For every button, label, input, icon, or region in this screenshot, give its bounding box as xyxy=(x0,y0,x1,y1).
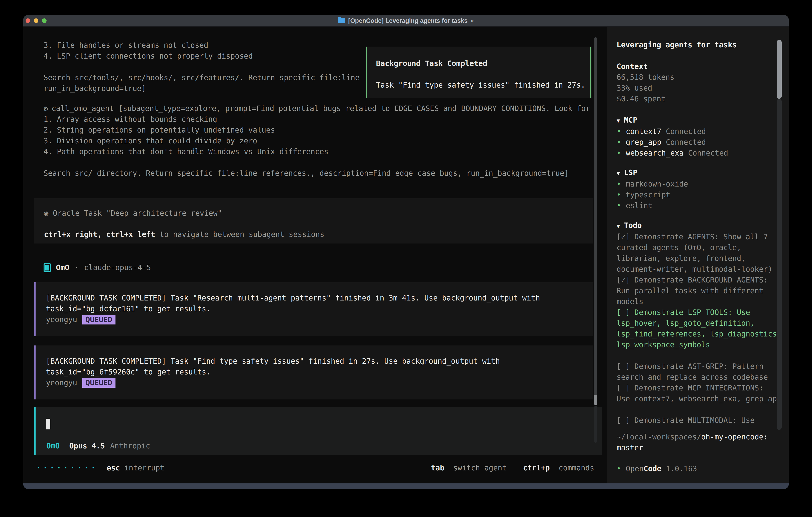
workspace-path-project: oh-my-opencode: xyxy=(701,433,768,441)
sidebar-scrollbar[interactable] xyxy=(777,27,782,483)
main-scrollbar-thumb[interactable] xyxy=(594,37,597,397)
dot-separator: · xyxy=(75,262,79,273)
notification-body: Task "Find type safety issues" finished … xyxy=(376,80,590,90)
status-bar-right: tab switch agent ctrl+p commands xyxy=(431,463,594,473)
main-scrollbar-track[interactable] xyxy=(594,406,597,443)
mcp-server-row: •context7 Connected xyxy=(617,126,785,137)
window-titlebar[interactable]: [OpenCode] Leveraging agents for tasks ◐ xyxy=(23,15,789,27)
chevron-down-icon[interactable]: ▼ xyxy=(617,170,620,176)
lsp-server-row: •markdown-oxide xyxy=(617,179,785,190)
bullet-icon: • xyxy=(617,200,626,211)
message-line: [BACKGROUND TASK COMPLETED] Task "Find t… xyxy=(46,356,593,366)
app-name-code: Code xyxy=(644,464,661,473)
todo-heading: Todo xyxy=(624,221,642,230)
bullet-icon: • xyxy=(617,463,626,474)
tool-call-item: 4. Path operations that don't handle Win… xyxy=(44,146,590,157)
ctrlp-key-label: commands xyxy=(559,464,594,472)
todo-item-done: [✓] Demonstrate BACKGROUND AGENTS: Run p… xyxy=(617,275,785,307)
oracle-task-title: Oracle Task "Deep architecture review" xyxy=(53,209,222,218)
context-used: 33% used xyxy=(617,83,785,93)
mcp-heading: MCP xyxy=(624,116,637,124)
bullet-icon: • xyxy=(617,148,626,159)
chat-main-panel: 3. File handles or streams not closed 4.… xyxy=(23,27,607,483)
status-bar-left: ········· esc interrupt xyxy=(36,463,165,473)
mcp-server-row: •grep_app Connected xyxy=(617,137,785,148)
window-bottom-strip xyxy=(23,483,789,489)
tool-call-block: ⚙call_omo_agent [subagent_type=explore, … xyxy=(44,103,590,179)
minimize-window-button[interactable] xyxy=(34,19,38,23)
message-user: yeongyu xyxy=(46,378,77,387)
mcp-server-status: Connected xyxy=(688,148,728,159)
bullet-icon: • xyxy=(617,137,626,148)
todo-section-header[interactable]: ▼Todo xyxy=(617,220,785,232)
lsp-server-row: •typescript xyxy=(617,190,785,200)
queued-badge: QUEUED xyxy=(82,315,115,324)
lsp-section-header[interactable]: ▼LSP xyxy=(617,167,785,179)
notification-title: Background Task Completed xyxy=(376,58,590,69)
input-model-name[interactable]: Opus 4.5 xyxy=(69,441,105,452)
input-agent-name[interactable]: OmO xyxy=(46,441,60,452)
folder-icon xyxy=(338,18,345,23)
tool-call-item: 3. Division operations that could divide… xyxy=(44,136,590,146)
tab-key-label: switch agent xyxy=(453,464,506,472)
tool-call-item: 2. String operations on potentially unde… xyxy=(44,125,590,136)
main-scrollbar-nub[interactable] xyxy=(594,395,597,405)
main-scrollbar[interactable] xyxy=(594,37,597,443)
lsp-heading: LSP xyxy=(624,168,637,177)
context-spent: $0.46 spent xyxy=(617,93,785,104)
mcp-section: ▼MCP •context7 Connected •grep_app Conne… xyxy=(617,115,785,159)
version-row: • OpenCode 1.0.163 xyxy=(617,463,785,474)
context-heading: Context xyxy=(617,61,785,72)
context-tokens: 66,518 tokens xyxy=(617,72,785,83)
todo-item-pending: [ ] Demonstrate MCP INTEGRATIONS: Use co… xyxy=(617,383,785,404)
scrollback-line: 3. File handles or streams not closed xyxy=(44,40,360,51)
agent-header: OmO · claude-opus-4-5 xyxy=(44,262,151,273)
agent-model: claude-opus-4-5 xyxy=(84,262,151,273)
tab-key-hint: tab xyxy=(431,464,444,472)
prompt-input[interactable]: OmO Opus 4.5 Anthropic xyxy=(34,407,602,455)
todo-item-done: [✓] Demonstrate AGENTS: Show all 7 curat… xyxy=(617,232,785,275)
esc-key-hint: esc xyxy=(107,463,120,473)
todo-item-pending: [ ] Demonstrate AST-GREP: Pattern search… xyxy=(617,361,785,383)
mcp-server-name: grep_app xyxy=(626,137,661,148)
workspace-path-prefix: ~/local-workspaces/ xyxy=(617,433,701,441)
queued-badge: QUEUED xyxy=(82,378,115,388)
bullet-icon: • xyxy=(617,179,626,190)
terminal-window: [OpenCode] Leveraging agents for tasks ◐… xyxy=(23,15,789,489)
lsp-section: ▼LSP •markdown-oxide •typescript •eslint xyxy=(617,167,785,211)
input-provider-name: Anthropic xyxy=(110,441,150,452)
text-cursor xyxy=(46,419,50,430)
mcp-server-row: •websearch_exa Connected xyxy=(617,148,785,159)
close-window-button[interactable] xyxy=(26,19,30,23)
app-name-open: Open xyxy=(626,464,644,473)
agent-name: OmO xyxy=(56,262,69,273)
todo-item-active: [ ] Demonstrate LSP TOOLS: Use lsp_hover… xyxy=(617,307,785,350)
scrollback-line: Search src/tools/, src/hooks/, src/featu… xyxy=(44,72,360,83)
message-line: task_id="bg_dcfac161" to get results. xyxy=(46,303,593,314)
gear-icon: ⚙ xyxy=(44,104,48,113)
oracle-task-card[interactable]: ◉ Oracle Task "Deep architecture review"… xyxy=(34,198,593,244)
scrollback-line: run_in_background=true] xyxy=(44,83,360,94)
app-version: 1.0.163 xyxy=(666,464,697,473)
mcp-server-name: context7 xyxy=(626,126,661,137)
background-task-message: [BACKGROUND TASK COMPLETED] Task "Resear… xyxy=(34,282,593,336)
oracle-hint-text: to navigate between subagent sessions xyxy=(155,230,324,239)
maximize-window-button[interactable] xyxy=(42,19,47,23)
mcp-section-header[interactable]: ▼MCP xyxy=(617,115,785,126)
sidebar-scrollbar-track[interactable] xyxy=(777,99,782,430)
spinner-dots-icon: ········· xyxy=(36,463,98,473)
workspace-branch: master xyxy=(617,443,643,452)
omo-agent-icon xyxy=(44,263,51,272)
oracle-hint-keys: ctrl+x right, ctrl+x left xyxy=(44,230,155,239)
tool-call-item: 1. Array access without bounds checking xyxy=(44,114,590,125)
chevron-down-icon[interactable]: ▼ xyxy=(617,117,620,124)
mcp-server-name: websearch_exa xyxy=(626,148,684,159)
chevron-down-icon[interactable]: ▼ xyxy=(617,223,620,229)
tool-call-head: call_omo_agent [subagent_type=explore, p… xyxy=(52,104,590,113)
message-user: yeongyu xyxy=(46,315,77,324)
window-title-area: [OpenCode] Leveraging agents for tasks ◐ xyxy=(23,15,789,26)
sidebar-scrollbar-thumb[interactable] xyxy=(777,40,782,99)
background-task-notification: Background Task Completed Task "Find typ… xyxy=(366,47,591,98)
window-title: [OpenCode] Leveraging agents for tasks xyxy=(348,17,468,24)
session-title: Leveraging agents for tasks xyxy=(617,39,785,50)
